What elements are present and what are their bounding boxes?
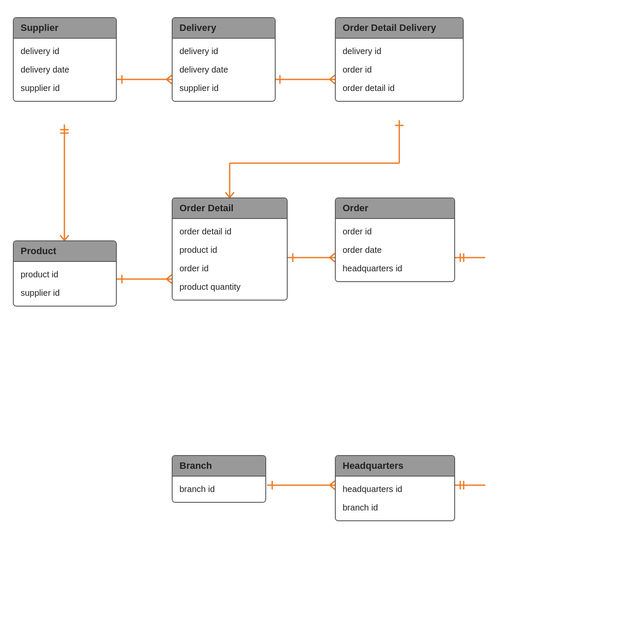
svg-line-32 (330, 485, 335, 489)
supplier-table: Supplier delivery id delivery date suppl… (13, 17, 117, 102)
svg-line-11 (64, 235, 69, 240)
order-table-header: Order (336, 198, 454, 219)
product-table-body: product id supplier id (14, 262, 116, 306)
table-row: supplier id (14, 284, 116, 302)
order-detail-table-body: order detail id product id order id prod… (173, 219, 287, 300)
order-table: Order order id order date headquarters i… (335, 197, 455, 282)
svg-line-25 (330, 258, 335, 262)
branch-table-header: Branch (173, 456, 265, 477)
branch-table-body: branch id (173, 477, 265, 502)
headquarters-table-header: Headquarters (336, 456, 454, 477)
svg-line-1 (167, 75, 172, 79)
order-detail-delivery-table-header: Order Detail Delivery (336, 18, 463, 39)
supplier-table-body: delivery id delivery date supplier id (14, 39, 116, 101)
delivery-table-header: Delivery (173, 18, 275, 39)
table-row: delivery id (173, 42, 275, 61)
table-row: delivery id (14, 42, 116, 61)
headquarters-table: Headquarters headquarters id branch id (335, 455, 455, 521)
svg-line-20 (167, 275, 172, 279)
order-detail-delivery-table: Order Detail Delivery delivery id order … (335, 17, 464, 102)
table-row: order id (336, 61, 463, 79)
svg-line-5 (330, 75, 335, 79)
diagram-container: Supplier delivery id delivery date suppl… (0, 0, 644, 644)
svg-line-10 (60, 235, 64, 240)
table-row: order detail id (336, 79, 463, 97)
table-row: order id (336, 222, 454, 241)
table-row: product id (14, 265, 116, 284)
table-row: headquarters id (336, 480, 454, 498)
svg-line-16 (225, 192, 230, 197)
table-row: delivery date (14, 61, 116, 79)
table-row: product quantity (173, 278, 287, 296)
product-table: Product product id supplier id (13, 240, 117, 307)
table-row: order date (336, 241, 454, 259)
order-detail-table-header: Order Detail (173, 198, 287, 219)
table-row: branch id (336, 498, 454, 517)
table-row: delivery date (173, 61, 275, 79)
product-table-header: Product (14, 241, 116, 262)
headquarters-table-body: headquarters id branch id (336, 477, 454, 520)
table-row: supplier id (14, 79, 116, 97)
svg-line-6 (330, 79, 335, 84)
delivery-table-body: delivery id delivery date supplier id (173, 39, 275, 101)
svg-line-31 (330, 481, 335, 485)
svg-line-21 (167, 279, 172, 283)
table-row: branch id (173, 480, 265, 498)
svg-line-2 (167, 79, 172, 84)
table-row: supplier id (173, 79, 275, 97)
table-row: order detail id (173, 222, 287, 241)
table-row: product id (173, 241, 287, 259)
order-table-body: order id order date headquarters id (336, 219, 454, 281)
supplier-table-header: Supplier (14, 18, 116, 39)
branch-table: Branch branch id (172, 455, 266, 503)
delivery-table: Delivery delivery id delivery date suppl… (172, 17, 276, 102)
svg-line-17 (230, 192, 234, 197)
table-row: order id (173, 259, 287, 278)
table-row: delivery id (336, 42, 463, 61)
order-detail-delivery-table-body: delivery id order id order detail id (336, 39, 463, 101)
svg-line-24 (330, 253, 335, 258)
table-row: headquarters id (336, 259, 454, 278)
order-detail-table: Order Detail order detail id product id … (172, 197, 288, 301)
